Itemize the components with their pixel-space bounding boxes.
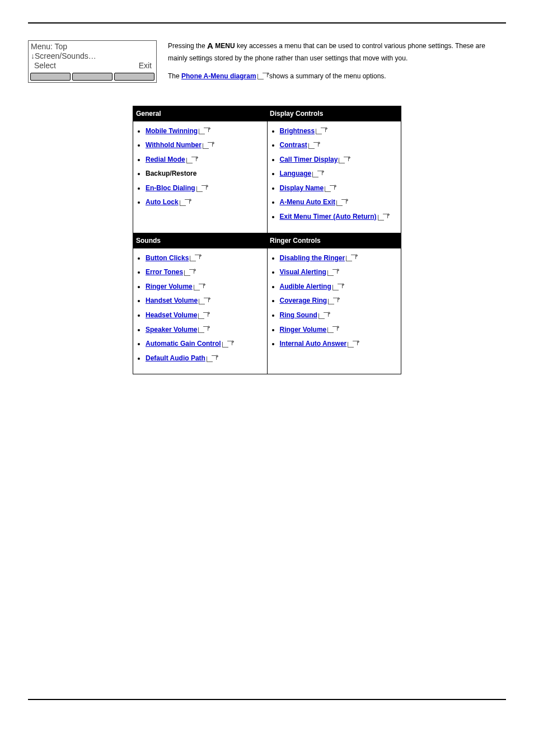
phone-softkey-1[interactable]	[30, 73, 71, 81]
external-link-icon	[184, 269, 194, 276]
menu-option-text: Backup/Restore	[146, 170, 196, 177]
list-item: Audible Alerting	[280, 283, 399, 292]
menu-option-link[interactable]: Ringer Volume	[146, 283, 193, 290]
menu-option-link[interactable]: Exit Menu Timer (Auto Return)	[280, 213, 377, 220]
menu-key-label: MENU	[215, 42, 235, 50]
menu-option-link[interactable]: Handset Volume	[146, 297, 198, 304]
menu-option-link[interactable]: Auto Lock	[146, 198, 179, 206]
list-item: Redial Mode	[146, 156, 265, 165]
a-key-icon: A	[207, 40, 213, 53]
menu-option-link[interactable]: Mobile Twinning	[146, 127, 198, 135]
phone-softkey-select-label: Select	[34, 61, 56, 71]
list-item: Coverage Ring	[280, 297, 399, 306]
menu-option-link[interactable]: Redial Mode	[146, 156, 185, 163]
intro-p1-prefix: Pressing the	[168, 42, 207, 50]
external-link-icon	[196, 185, 207, 192]
external-link-icon	[348, 341, 358, 348]
menu-option-link[interactable]: Automatic Gain Control	[146, 340, 221, 348]
phone-softkey-2[interactable]	[72, 73, 113, 81]
menu-option-link[interactable]: Coverage Ring	[280, 297, 327, 304]
list-item: Default Audio Path	[146, 354, 265, 363]
external-link-icon	[190, 255, 200, 261]
menu-option-link[interactable]: Visual Alerting	[280, 268, 326, 276]
external-link-icon	[325, 185, 335, 192]
cell-display: BrightnessContrastCall Timer DisplayLang…	[267, 121, 401, 233]
list-item: Button Clicks	[146, 254, 265, 263]
external-link-icon	[327, 326, 338, 333]
menu-option-link[interactable]: Contrast	[280, 141, 307, 149]
list-item: Visual Alerting	[280, 268, 399, 277]
menu-option-link[interactable]: Internal Auto Answer	[280, 340, 347, 348]
list-item: Exit Menu Timer (Auto Return)	[280, 213, 399, 222]
phone-a-menu-diagram-link[interactable]: Phone A-Menu diagram	[181, 72, 256, 80]
header-general: General	[133, 106, 268, 121]
external-link-icon	[180, 199, 190, 206]
list-item: Call Timer Display	[280, 156, 399, 165]
phone-display: Menu: Top ↓Screen/Sounds… Select Exit	[28, 40, 157, 83]
external-link-icon	[203, 142, 213, 149]
menu-option-link[interactable]: A-Menu Auto Exit	[280, 198, 336, 206]
intro-p2-suffix: shows a summary of the menu options.	[269, 72, 386, 80]
menu-option-link[interactable]: Language	[280, 170, 312, 177]
menu-option-link[interactable]: Display Name	[280, 184, 324, 192]
phone-screen: Menu: Top ↓Screen/Sounds… Select Exit	[29, 41, 156, 71]
external-link-icon	[332, 284, 343, 290]
menu-option-link[interactable]: Brightness	[280, 127, 315, 135]
menu-option-link[interactable]: Error Tones	[146, 268, 183, 276]
phone-screen-line1: Menu: Top	[31, 42, 154, 51]
list-item: Contrast	[280, 141, 399, 150]
list-item: Handset Volume	[146, 297, 265, 306]
list-item: Internal Auto Answer	[280, 340, 399, 349]
external-link-icon	[308, 142, 318, 149]
external-link-icon	[207, 355, 217, 362]
external-link-icon	[257, 73, 268, 79]
external-link-icon	[199, 128, 209, 134]
external-link-icon	[318, 312, 329, 319]
external-link-icon	[339, 157, 349, 163]
phone-softkey-exit-label: Exit	[139, 61, 152, 71]
external-link-icon	[316, 128, 326, 134]
phone-softkey-3[interactable]	[114, 73, 154, 81]
intro-paragraph-1: Pressing the A MENU key accesses a menu …	[168, 40, 506, 63]
list-item: Ring Sound	[280, 311, 399, 320]
menu-option-link[interactable]: Disabling the Ringer	[280, 254, 345, 262]
list-item: Ringer Volume	[146, 283, 265, 292]
menu-option-link[interactable]: Speaker Volume	[146, 326, 197, 334]
menu-option-link[interactable]: Button Clicks	[146, 254, 189, 262]
phone-softkey-row	[29, 71, 156, 82]
menu-option-link[interactable]: Ring Sound	[280, 311, 317, 319]
external-link-icon	[328, 298, 338, 304]
list-item: Ringer Volume	[280, 326, 399, 335]
header-display-controls: Display Controls	[267, 106, 401, 121]
list-item: Automatic Gain Control	[146, 340, 265, 349]
external-link-icon	[199, 298, 209, 304]
list-item: A-Menu Auto Exit	[280, 198, 399, 207]
list-item: Brightness	[280, 127, 399, 136]
phone-screen-line2: ↓Screen/Sounds…	[31, 51, 154, 61]
menu-option-link[interactable]: Headset Volume	[146, 311, 197, 319]
external-link-icon	[312, 171, 322, 177]
cell-sounds: Button ClicksError TonesRinger VolumeHan…	[133, 248, 268, 374]
cell-general: Mobile TwinningWithhold NumberRedial Mod…	[133, 121, 268, 233]
list-item: Speaker Volume	[146, 326, 265, 335]
external-link-icon	[336, 199, 346, 206]
intro-p2-prefix: The	[168, 72, 181, 80]
menu-option-link[interactable]: Call Timer Display	[280, 156, 338, 163]
menu-option-link[interactable]: Withhold Number	[146, 141, 202, 149]
list-item: Language	[280, 170, 399, 179]
menu-option-link[interactable]: Default Audio Path	[146, 354, 205, 362]
menu-option-link[interactable]: Audible Alerting	[280, 283, 331, 290]
external-link-icon	[327, 269, 338, 276]
header-ringer-controls: Ringer Controls	[267, 233, 401, 248]
menu-option-link[interactable]: Ringer Volume	[280, 326, 327, 334]
list-item: Display Name	[280, 184, 399, 193]
external-link-icon	[346, 255, 356, 261]
list-item: Auto Lock	[146, 198, 265, 207]
bottom-divider	[28, 699, 506, 700]
list-item: Backup/Restore	[146, 170, 265, 179]
cell-ringer: Disabling the RingerVisual AlertingAudib…	[267, 248, 401, 374]
intro-text: Pressing the A MENU key accesses a menu …	[168, 40, 506, 89]
external-link-icon	[378, 214, 388, 220]
menu-option-link[interactable]: En-Bloc Dialing	[146, 184, 195, 192]
menu-options-table: General Display Controls Mobile Twinning…	[133, 106, 401, 375]
